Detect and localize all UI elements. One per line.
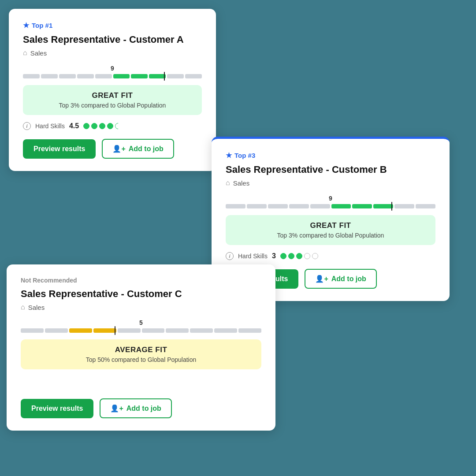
seg xyxy=(59,74,76,78)
badge-not-rec-c: Not Recommended xyxy=(21,277,261,284)
btn-row-c: Preview results 👤+ Add to job xyxy=(21,398,261,418)
building-icon-b: ⌂ xyxy=(226,179,230,187)
building-icon-c: ⌂ xyxy=(21,303,25,311)
dot-b-2 xyxy=(288,253,294,259)
badge-top-a: ★ Top #1 xyxy=(23,21,202,30)
dot-5-half xyxy=(115,123,121,129)
seg xyxy=(289,204,309,208)
score-bar-b: 9 xyxy=(226,195,435,209)
preview-btn-c[interactable]: Preview results xyxy=(21,399,93,418)
badge-label-a: Top #1 xyxy=(32,22,52,29)
add-btn-b[interactable]: 👤+ Add to job xyxy=(305,269,376,289)
score-bar-a: 9 xyxy=(23,65,202,79)
badge-top-b: ★ Top #3 xyxy=(226,151,435,160)
seg xyxy=(310,204,330,208)
seg xyxy=(45,328,68,333)
seg-marker-c xyxy=(93,328,116,333)
add-user-icon-c: 👤+ xyxy=(110,404,123,413)
hs-dots-a xyxy=(83,123,121,129)
seg xyxy=(95,74,112,78)
dot-4 xyxy=(107,123,113,129)
info-icon-a: i xyxy=(23,122,31,130)
seg xyxy=(166,328,189,333)
seg-marker-b xyxy=(373,204,393,208)
add-btn-c[interactable]: 👤+ Add to job xyxy=(100,398,171,418)
dot-b-5 xyxy=(312,253,318,259)
add-btn-label-c: Add to job xyxy=(126,405,161,413)
score-value-b: 9 xyxy=(226,195,435,202)
seg xyxy=(352,204,372,208)
seg xyxy=(77,74,94,78)
btn-row-a: Preview results 👤+ Add to job xyxy=(23,139,202,159)
fit-badge-c: AVERAGE FIT Top 50% compared to Global P… xyxy=(21,339,261,369)
dot-b-1 xyxy=(280,253,286,259)
fit-title-b: GREAT FIT xyxy=(234,221,428,230)
seg xyxy=(331,204,351,208)
seg-marker xyxy=(149,74,166,78)
seg xyxy=(238,328,261,333)
building-icon-a: ⌂ xyxy=(23,49,27,57)
info-icon-b: i xyxy=(226,252,234,260)
card-title-b: Sales Representative - Customer B xyxy=(226,164,435,175)
card-dept-b: ⌂ Sales xyxy=(226,179,435,187)
dot-b-4 xyxy=(304,253,310,259)
dept-label-b: Sales xyxy=(233,179,250,187)
add-user-icon-a: 👤+ xyxy=(112,145,125,153)
seg xyxy=(190,328,213,333)
fit-badge-b: GREAT FIT Top 3% compared to Global Popu… xyxy=(226,215,435,245)
seg xyxy=(23,74,40,78)
seg xyxy=(113,74,130,78)
add-btn-label-a: Add to job xyxy=(129,145,164,153)
marker-a xyxy=(164,72,165,81)
hs-dots-b xyxy=(280,253,318,259)
seg xyxy=(41,74,58,78)
hard-skills-b: i Hard Skills 3 xyxy=(226,252,435,260)
fit-title-c: AVERAGE FIT xyxy=(29,346,253,354)
hs-score-b: 3 xyxy=(272,252,276,260)
star-icon-a: ★ xyxy=(23,21,29,30)
dept-label-c: Sales xyxy=(28,304,45,311)
seg xyxy=(167,74,184,78)
card-a: ★ Top #1 Sales Representative - Customer… xyxy=(9,9,216,171)
seg xyxy=(69,328,92,333)
add-btn-label-b: Add to job xyxy=(331,275,366,283)
star-icon-b: ★ xyxy=(226,151,232,160)
add-btn-a[interactable]: 👤+ Add to job xyxy=(102,139,174,159)
card-dept-c: ⌂ Sales xyxy=(21,303,261,311)
fit-sub-a: Top 3% compared to Global Population xyxy=(31,102,194,109)
marker-b xyxy=(391,202,392,211)
seg xyxy=(214,328,237,333)
hs-score-a: 4.5 xyxy=(69,122,79,130)
preview-btn-a[interactable]: Preview results xyxy=(23,139,96,159)
card-title-a: Sales Representative - Customer A xyxy=(23,34,202,45)
dot-2 xyxy=(91,123,97,129)
seg xyxy=(142,328,165,333)
fit-title-a: GREAT FIT xyxy=(31,91,194,100)
dot-b-3 xyxy=(296,253,302,259)
marker-c xyxy=(115,326,115,335)
seg xyxy=(131,74,148,78)
score-value-c: 5 xyxy=(21,319,261,326)
score-value-a: 9 xyxy=(23,65,202,72)
dot-1 xyxy=(83,123,89,129)
seg xyxy=(416,204,435,208)
seg xyxy=(268,204,288,208)
score-bar-c: 5 xyxy=(21,319,261,333)
dot-3 xyxy=(99,123,105,129)
badge-label-b: Top #3 xyxy=(234,152,255,159)
seg xyxy=(226,204,245,208)
hs-label-b: Hard Skills xyxy=(238,253,268,260)
hs-label-a: Hard Skills xyxy=(35,123,65,130)
fit-badge-a: GREAT FIT Top 3% compared to Global Popu… xyxy=(23,85,202,115)
card-dept-a: ⌂ Sales xyxy=(23,49,202,57)
seg xyxy=(185,74,202,78)
dept-label-a: Sales xyxy=(30,49,47,57)
seg xyxy=(247,204,267,208)
fit-sub-b: Top 3% compared to Global Population xyxy=(234,232,428,239)
card-c: Not Recommended Sales Representative - C… xyxy=(7,264,275,431)
hard-skills-a: i Hard Skills 4.5 xyxy=(23,122,202,130)
spacer-c xyxy=(21,376,261,390)
fit-sub-c: Top 50% compared to Global Population xyxy=(29,356,253,363)
seg xyxy=(394,204,414,208)
card-title-c: Sales Representative - Customer C xyxy=(21,288,261,300)
